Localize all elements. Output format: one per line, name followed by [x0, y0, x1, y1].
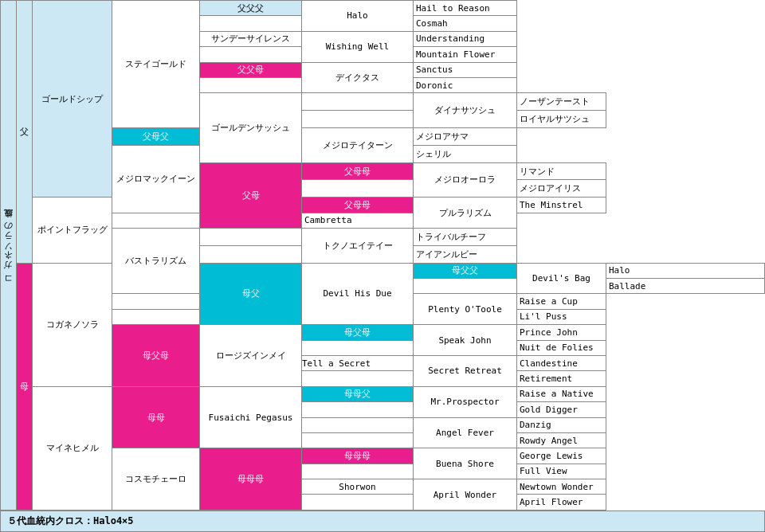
gen4-e11	[112, 294, 200, 309]
gen6-iron-ruby: アイアンルビー	[414, 245, 517, 263]
gen5-mr-prospector: Mr.Prospector	[414, 386, 517, 417]
gen5-tokuno: トクノエイテイー	[302, 229, 414, 264]
gen6-prince-john: Prince John	[517, 325, 606, 340]
gen3-point-flag: ポイントフラッグ	[33, 198, 112, 263]
gen4-tell-secret: Tell a Secret	[302, 355, 414, 370]
gen4-shorwon: Shorwon	[302, 479, 414, 495]
gen5-devils-bag: Devil's Bag	[517, 263, 606, 294]
gen4-mmf: 母母父	[302, 386, 414, 401]
gen4-mfm: 母父母	[302, 325, 414, 340]
gen5-plenty: Plenty O'Toole	[414, 294, 517, 325]
gen4-e16	[302, 417, 414, 432]
gen4-e2	[200, 47, 302, 62]
gen4-e4	[302, 93, 414, 111]
gen3-mejiro-mac: メジロマックイーン	[112, 145, 200, 213]
gen6-raise-native: Raise a Native	[517, 386, 606, 401]
gen4-e7	[112, 213, 200, 228]
gen4-e13	[302, 340, 414, 355]
gen6-sheryl: シェリル	[414, 145, 517, 162]
gen6-mejiro-iris: メジロアイリス	[517, 180, 606, 198]
gen6-newtown: Newtown Wonder	[517, 479, 606, 495]
gen5-mejiro-aurora: メジロオーロラ	[414, 162, 517, 198]
gen3-fusaichi: Fusaichi Pegasus	[200, 386, 302, 448]
gen4-e14	[302, 371, 414, 386]
gen2-kogane: コガネノソラ	[33, 263, 112, 386]
gen4-e6	[302, 180, 414, 198]
gen6-george-lewis: George Lewis	[517, 448, 606, 464]
gen6-lil-puss: Li'l Puss	[517, 309, 606, 324]
gen3-staygold: ステイゴールド	[112, 1, 200, 128]
gen6-full-view: Full View	[517, 464, 606, 479]
gen4-ffm: 父父母	[200, 62, 302, 77]
gen2-hahahahaha: 母母母	[200, 448, 302, 510]
gen2-goldship: ゴールドシップ	[33, 1, 112, 198]
gen5-deiktas: デイクタス	[302, 62, 414, 93]
gen5-secret-retreat: Secret Retreat	[414, 355, 517, 386]
gen5-pluralism: プルラリズム	[414, 198, 517, 229]
gen6-doronic: Doronic	[414, 77, 517, 92]
gen2-chichihaha: 父母	[200, 162, 302, 228]
gen4-fmm2: 父母母	[302, 198, 414, 213]
gen3-roses: ロージズインメイ	[200, 325, 302, 387]
gen6-danzig: Danzig	[517, 417, 606, 432]
gen4-e12	[112, 309, 200, 324]
gen6-northern: ノーザンテースト	[517, 93, 606, 111]
gen4-e17	[302, 432, 414, 448]
gen4-mmm: 母母母	[302, 448, 414, 464]
pedigree-table: コガネソラの血統 父 ゴールドシップ ステイゴールド 父父父 Halo Hail…	[0, 0, 765, 510]
gen6-royal: ロイヤルサツシュ	[517, 111, 606, 128]
gen5-angel-fever: Angel Fever	[414, 417, 517, 448]
gen6-gold-digger: Gold Digger	[517, 402, 606, 417]
gen4-mff: 母父父	[414, 263, 517, 278]
gen3-bastralism: バストラリズム	[112, 229, 200, 294]
gen6-tribal: トライバルチーフ	[414, 229, 517, 246]
gen6-rowdy: Rowdy Angel	[517, 432, 606, 448]
gen6-mejiro-asama: メジロアサマ	[414, 127, 517, 145]
gen6-cosmah: Cosmah	[414, 16, 517, 31]
gen5-mejiro-tei: メジロテイターン	[302, 127, 414, 162]
gen6-raise-cup: Raise a Cup	[517, 294, 606, 309]
gen4-e8	[200, 229, 302, 246]
gen5-halo: Halo	[302, 1, 414, 32]
gen6-ballade: Ballade	[606, 279, 765, 294]
gen6-clandestine: Clandestine	[517, 355, 606, 370]
gen4-e5	[302, 111, 414, 128]
gen6-halo2: Halo	[606, 263, 765, 278]
gen4-sunday: サンデーサイレンス	[200, 31, 302, 46]
gen2-hahahaha-label: 母父母	[112, 325, 200, 387]
gen2-mainehimeru: マイネヒメル	[33, 386, 112, 510]
gen6-limando: リマンド	[517, 162, 606, 180]
gen4-e10	[414, 279, 517, 294]
gen1-father: 父	[17, 1, 33, 264]
gen6-hail: Hail to Reason	[414, 1, 517, 16]
gen5-buena-shore: Buena Shore	[414, 448, 517, 479]
gen6-nuit: Nuit de Folies	[517, 340, 606, 355]
gen6-minstrel: The Minstrel	[517, 198, 606, 213]
gen5-april-wonder: April Wonder	[414, 479, 517, 510]
gen4-e3	[200, 77, 302, 92]
gen4-fmm: 父母母	[302, 162, 414, 180]
gen5-speak-john: Speak John	[414, 325, 517, 356]
gen6-mountain: Mountain Flower	[414, 47, 517, 62]
gen4-e19	[302, 495, 414, 510]
gen4-e1	[200, 16, 302, 31]
gen6-sanctus: Sanctus	[414, 62, 517, 77]
gen2-hahachi: 母父	[200, 263, 302, 325]
gen4-e15	[302, 402, 414, 417]
gen6-understanding: Understanding	[414, 31, 517, 46]
gen4-e18	[302, 464, 414, 479]
gen5-wishing: Wishing Well	[302, 31, 414, 62]
gen1-mother: 母	[17, 263, 33, 510]
gen4-fff: 父父父	[200, 1, 302, 16]
gen4-e9	[200, 245, 302, 263]
gen5-dyna: ダイナサツシュ	[414, 93, 517, 128]
gen4-fmf: 父母父	[112, 127, 200, 145]
gen3-cosmo: コスモチェーロ	[112, 448, 200, 510]
footer-cross: ５代血統内クロス：Halo4×5	[0, 510, 765, 532]
gen6-retirement: Retirement	[517, 371, 606, 386]
gen6-april-flower: April Flower	[517, 495, 606, 510]
gen6-cambretta: Cambretta	[302, 213, 414, 228]
gen3-goldensash: ゴールデンサッシュ	[200, 93, 302, 162]
bloodline-label: コガネソラの血統	[1, 1, 17, 510]
gen2-hahahaha: 母母	[112, 386, 200, 448]
